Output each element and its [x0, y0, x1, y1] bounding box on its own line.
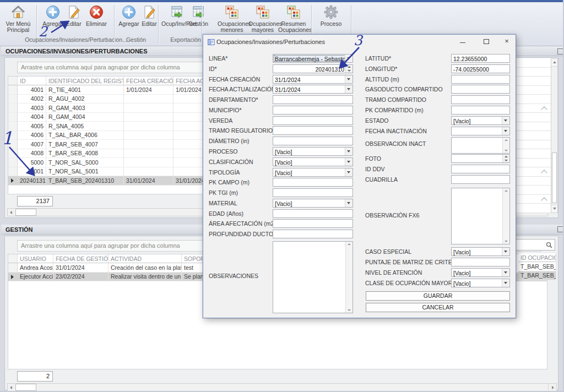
exportar-gestion-button[interactable]: Gestión [187, 4, 209, 27]
scrollbar-thumb[interactable] [552, 153, 557, 203]
guardar-button[interactable]: GUARDAR [366, 291, 510, 301]
textarea-scrollbar[interactable] [345, 242, 352, 313]
tramo-compartido-input[interactable] [451, 95, 510, 104]
cancelar-button[interactable]: CANCELAR [366, 303, 510, 312]
altitud-m-input[interactable] [451, 75, 510, 84]
tipolog-a-combo[interactable]: [Vacio] [273, 168, 353, 177]
field-strip-row [515, 95, 551, 104]
dropdown-arrow-icon[interactable] [502, 127, 509, 135]
id-spin[interactable]: 202401310 [273, 64, 353, 73]
vereda-input[interactable] [273, 116, 353, 125]
editar-gestion-label: Editar [142, 20, 156, 27]
puntaje-de-matriz-de-criterios-input[interactable] [451, 258, 510, 266]
editar-gestion-button[interactable]: Editar [139, 4, 160, 27]
collapse-chevron-icon[interactable] [541, 106, 547, 112]
dropdown-arrow-icon[interactable] [345, 85, 352, 93]
header-fecha-creacion[interactable]: FECHA CREACIÓN [124, 77, 173, 85]
pk-tgi-m-input[interactable] [273, 188, 353, 197]
cuadrilla-input[interactable] [451, 175, 510, 184]
header-actividad[interactable]: ACTIVIDAD [109, 254, 182, 263]
linea-label: LINEA* [209, 55, 227, 62]
scroll-left-button[interactable] [8, 209, 16, 216]
latitud-input[interactable]: 12.23655000 [451, 54, 510, 63]
scroll-down-button[interactable] [551, 205, 557, 213]
group-label-gestion: Gestión [117, 36, 155, 43]
proceso-combo[interactable]: [Vacio] [273, 147, 353, 156]
header-usuario[interactable]: USUARIO [18, 254, 53, 263]
profundidad-ducto-m-input[interactable] [273, 230, 353, 238]
pk-campo-m-input[interactable] [273, 178, 353, 187]
ocupaciones-mayores-button[interactable]: Ocupaciones mayores [248, 4, 277, 33]
textarea-scrollbar[interactable] [502, 138, 509, 153]
longitud-input[interactable]: -74.00255000 [451, 64, 510, 73]
rea-afectaci-n-m2-label: ÁREA AFECTACIÓN (m2) [209, 220, 276, 227]
cell-id: 5001 [18, 167, 46, 177]
header-id[interactable]: ID [18, 77, 46, 85]
observacion-inact-textarea[interactable] [451, 137, 510, 154]
dropdown-arrow-icon[interactable] [502, 248, 509, 255]
estado-combo[interactable]: [Vacio] [451, 116, 510, 125]
dropdown-arrow-icon[interactable] [345, 55, 352, 62]
add-icon [45, 4, 61, 20]
observaciones-textarea[interactable] [273, 241, 353, 313]
ocupaciones-menores-button[interactable]: Ocupaciones menores [218, 4, 246, 33]
foto-spin[interactable] [451, 154, 510, 163]
material-combo[interactable]: [Vacio] [273, 199, 353, 208]
dropdown-arrow-icon[interactable] [345, 158, 352, 166]
departamento-input[interactable] [273, 95, 353, 104]
scrollbar-thumb[interactable] [15, 384, 36, 391]
dropdown-arrow-icon[interactable] [345, 75, 352, 83]
agregar-gestion-button[interactable]: Agregar [117, 4, 141, 27]
clasificaci-n-combo[interactable]: [Vacio] [273, 157, 353, 166]
tramo-regulatorio-input[interactable] [273, 126, 353, 135]
spinner-buttons[interactable] [502, 155, 509, 162]
scroll-right-button[interactable] [548, 384, 556, 391]
editar-ocupaciones-button[interactable]: Editar [63, 4, 84, 27]
nivel-de-atenci-n-combo[interactable]: [Vacio] [451, 268, 510, 277]
scroll-up-button[interactable] [551, 59, 557, 67]
clase-de-ocupaci-n-mayor-combo[interactable]: [Vacio] [451, 279, 510, 287]
gasoducto-compartido-input[interactable] [451, 85, 510, 94]
edad-a-os-value [273, 210, 352, 211]
cell-usuario: Ejecutor Accio... [18, 273, 53, 282]
header-fecha-gestion[interactable]: FECHA DE GESTIÓN [53, 254, 109, 263]
search-input[interactable] [512, 239, 555, 251]
dropdown-arrow-icon[interactable] [502, 117, 509, 124]
row-marker [8, 176, 18, 186]
spinner-buttons[interactable] [345, 65, 352, 73]
scrollbar-thumb[interactable] [15, 209, 36, 216]
header-registro[interactable]: IDENTIFICADO DEL REGISTRO [46, 77, 124, 85]
fecha-inactivaci-n-combo[interactable] [451, 127, 510, 135]
vertical-scrollbar[interactable] [551, 58, 558, 213]
agregar-ocupaciones-button[interactable]: Agregar [41, 4, 65, 27]
rea-afectaci-n-m2-input[interactable] [273, 219, 353, 228]
scroll-left-button[interactable] [8, 384, 16, 391]
caso-especial-combo[interactable]: [Vacio] [451, 247, 510, 256]
resumen-ocupaciones-button[interactable]: Resumen Ocupaciones [278, 4, 309, 33]
eliminar-ocupaciones-button[interactable]: Eliminar [84, 4, 109, 27]
collapse-chevron-icon[interactable] [541, 197, 547, 203]
proceso-button[interactable]: Proceso [318, 4, 344, 27]
fecha-creaci-n-combo[interactable]: 31/1/2024 [273, 75, 353, 84]
dropdown-arrow-icon[interactable] [345, 148, 352, 155]
dropdown-arrow-icon[interactable] [502, 269, 509, 276]
eliminar-label: Eliminar [86, 20, 107, 27]
collapse-chevron-icon[interactable] [541, 170, 547, 176]
horizontal-scrollbar[interactable] [7, 383, 557, 391]
dropdown-arrow-icon[interactable] [345, 168, 352, 176]
di-metro-in-input[interactable] [273, 137, 353, 145]
dropdown-arrow-icon[interactable] [345, 199, 352, 207]
linea-combo[interactable]: Barrancabermeja - Sebastopol [273, 54, 353, 63]
observaci-n-fx6-textarea[interactable] [451, 188, 510, 244]
edad-a-os-input[interactable] [273, 209, 353, 218]
municipio-input[interactable] [273, 106, 353, 115]
dropdown-arrow-icon[interactable] [502, 279, 509, 287]
ver-menu-principal-button[interactable]: Ver Menú Principal [3, 4, 33, 33]
id-ddv-input[interactable] [451, 165, 510, 173]
fecha-actualizaci-n-combo[interactable]: 31/1/2024 [273, 85, 353, 94]
header-id-ocupacion[interactable]: ID OCUPACIÓN [518, 253, 556, 262]
pk-compartido-m-input[interactable] [451, 106, 510, 115]
textarea-scrollbar[interactable] [502, 188, 509, 244]
cell-id-ocupacion[interactable]: T_BAR_SEB_20 [518, 271, 556, 281]
cell-id-ocupacion[interactable]: T_BAR_SEB_20 [518, 262, 556, 271]
